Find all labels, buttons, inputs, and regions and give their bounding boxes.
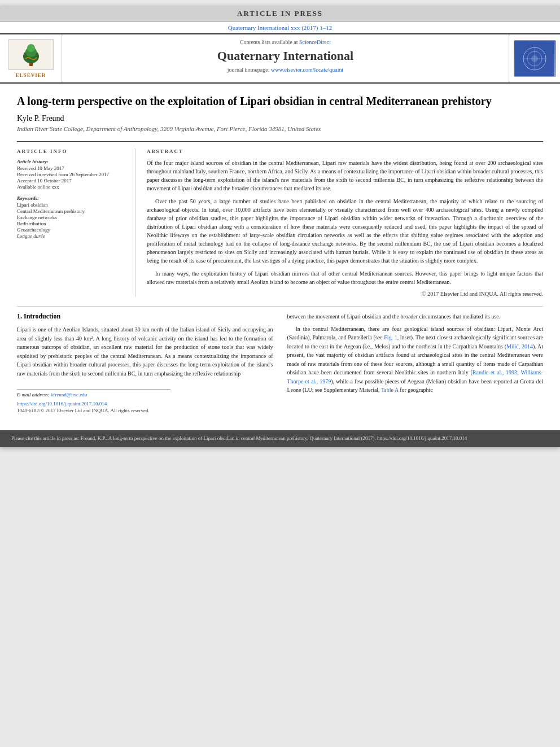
tableA-link[interactable]: Table A: [381, 387, 399, 393]
section1-right-col: between the movement of Lipari obsidian …: [287, 312, 544, 413]
keywords-section: Keywords: Lipari obsidian Central Medite…: [17, 195, 126, 239]
doi-link[interactable]: https://doi.org/10.1016/j.quaint.2017.10…: [17, 401, 107, 407]
keyword-5: Geoarchaeology: [17, 227, 126, 233]
aip-text: ARTICLE IN PRESS: [237, 9, 323, 18]
cover-art-icon: [515, 41, 554, 76]
article-title: A long-term perspective on the exploitat…: [17, 94, 543, 108]
contents-label: Contents lists available at ScienceDirec…: [73, 39, 497, 45]
keywords-label: Keywords:: [17, 195, 126, 201]
elsevier-label: ELSEVIER: [16, 72, 46, 78]
journal-main-title: Quaternary International: [73, 49, 497, 63]
contents-text: Contents lists available at: [240, 39, 298, 45]
abstract-text: Of the four major island sources of obsi…: [147, 159, 543, 286]
body-separator: [17, 306, 543, 307]
copyright-line: © 2017 Elsevier Ltd and INQUA. All right…: [147, 291, 543, 297]
author-name: Kyle P. Freund: [17, 114, 543, 123]
available-online: Available online xxx: [17, 184, 126, 190]
keyword-2: Central Mediterranean prehistory: [17, 208, 126, 214]
accepted-date: Accepted 10 October 2017: [17, 178, 126, 184]
elsevier-tree-icon: [11, 41, 51, 69]
homepage-link[interactable]: www.elsevier.com/locate/quaint: [271, 67, 343, 73]
article-info-col: ARTICLE INFO Article history: Received 1…: [17, 148, 135, 297]
article-page: ARTICLE IN PRESS Quaternary Internationa…: [0, 6, 560, 447]
aip-banner: ARTICLE IN PRESS: [0, 6, 560, 22]
abstract-para-2: Over the past 50 years, a large number o…: [147, 197, 543, 265]
section1-right-para2: In the central Mediterranean, there are …: [287, 325, 544, 395]
section1-left-para: Lipari is one of the Aeolian Islands, si…: [17, 325, 273, 378]
citation-text: Quaternary International xxx (2017) 1–12: [228, 24, 333, 31]
abstract-para-3: In many ways, the exploitation history o…: [147, 269, 543, 286]
received-date: Received 10 May 2017: [17, 165, 126, 171]
supplementary-word: Supplementary: [323, 387, 358, 393]
journal-citation: Quaternary International xxx (2017) 1–12: [0, 22, 560, 33]
homepage-label: journal homepage:: [228, 67, 270, 73]
please-cite-text: Please cite this article in press as: Fr…: [11, 435, 467, 441]
bottom-bar: Please cite this article in press as: Fr…: [0, 430, 560, 447]
author-affiliation: Indian River State College, Department o…: [17, 125, 543, 132]
journal-header: ELSEVIER Contents lists available at Sci…: [0, 33, 560, 84]
info-abstract-section: ARTICLE INFO Article history: Received 1…: [17, 141, 543, 297]
journal-homepage: journal homepage: www.elsevier.com/locat…: [73, 67, 497, 73]
abstract-col: ABSTRACT Of the four major island source…: [147, 148, 543, 297]
fig1-link[interactable]: Fig. 1: [384, 334, 397, 340]
journal-title-area: Contents lists available at ScienceDirec…: [62, 34, 509, 82]
abstract-para-1: Of the four major island sources of obsi…: [147, 159, 543, 193]
section1-right-text: between the movement of Lipari obsidian …: [287, 312, 544, 395]
elsevier-logo-box: [8, 39, 54, 70]
email-link[interactable]: kfreund@irsc.edu: [51, 392, 88, 397]
section1-right-para1: between the movement of Lipari obsidian …: [287, 312, 544, 321]
main-content: A long-term perspective on the exploitat…: [0, 94, 560, 425]
doi-line: https://doi.org/10.1016/j.quaint.2017.10…: [17, 401, 273, 407]
section1-left-text: Lipari is one of the Aeolian Islands, si…: [17, 325, 273, 378]
section1-heading: 1. Introduction: [17, 312, 273, 321]
keyword-6: Longue durée: [17, 233, 126, 239]
elsevier-logo-area: ELSEVIER: [0, 34, 62, 82]
history-label: Article history:: [17, 159, 126, 164]
email-footnote: E-mail address: kfreund@irsc.edu: [17, 392, 273, 397]
revised-date: Received in revised form 26 September 20…: [17, 172, 126, 177]
issn-line: 1040-6182/© 2017 Elsevier Ltd and INQUA.…: [17, 408, 273, 413]
article-info-label: ARTICLE INFO: [17, 148, 126, 154]
journal-cover-image: [514, 40, 556, 77]
keyword-3: Exchange networks: [17, 215, 126, 220]
abstract-label: ABSTRACT: [147, 148, 543, 154]
randle-ref-link[interactable]: Randle et al., 1993: [473, 369, 517, 375]
keyword-1: Lipari obsidian: [17, 202, 126, 208]
sciencedirect-link[interactable]: ScienceDirect: [299, 39, 331, 45]
svg-point-4: [27, 44, 35, 52]
milic-ref-link[interactable]: Milić, 2014: [506, 343, 533, 350]
keyword-4: Redistribution: [17, 221, 126, 226]
journal-thumbnail: [509, 34, 560, 82]
section1-left-col: 1. Introduction Lipari is one of the Aeo…: [17, 312, 273, 413]
section1-body: 1. Introduction Lipari is one of the Aeo…: [17, 312, 543, 413]
